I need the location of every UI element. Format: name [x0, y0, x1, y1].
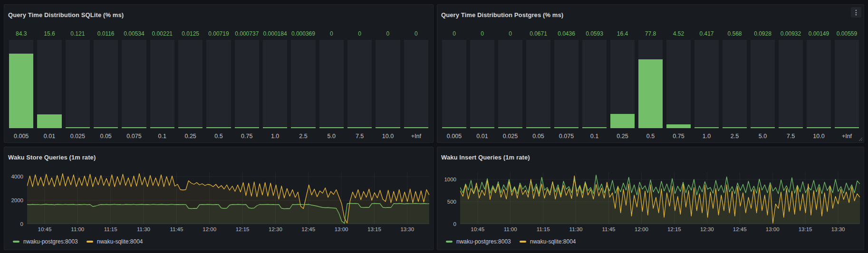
panel-title[interactable]: Waku Store Queries (1m rate) — [8, 154, 96, 161]
bar-value-label: 0 — [319, 22, 344, 40]
histogram-bar[interactable] — [37, 40, 61, 128]
x-axis-label: 12:30 — [700, 226, 714, 232]
legend-item[interactable]: nwaku-sqlite:8004 — [87, 238, 143, 245]
histogram-bar[interactable] — [610, 40, 635, 128]
histogram-bar-fill — [376, 127, 400, 128]
histogram-bar-fill — [470, 127, 494, 128]
histogram-bar[interactable] — [206, 40, 231, 128]
histogram-column: 010.0 — [376, 22, 400, 140]
histogram-column: 05.0 — [319, 22, 344, 140]
histogram-bar-fill — [582, 127, 607, 128]
histogram-bar[interactable] — [638, 40, 663, 128]
histogram-bar-fill — [291, 127, 315, 128]
panel-header: Query Time Distribution SQLite (% ms) — [4, 5, 433, 22]
legend-item[interactable]: nwaku-postgres:8003 — [446, 238, 511, 245]
histogram-bar[interactable] — [779, 40, 803, 128]
histogram-column: 0.007190.5 — [206, 22, 231, 140]
x-axis-label: 13:00 — [766, 226, 780, 232]
y-axis: 020004000 — [8, 172, 27, 224]
histogram-column: 0.4171.0 — [694, 22, 719, 140]
x-axis: 10:4511:0011:1511:3011:4512:0012:1512:30… — [460, 224, 860, 234]
histogram-x-label: 0.5 — [206, 128, 231, 140]
histogram-bar[interactable] — [723, 40, 747, 128]
histogram-x-label: 5.0 — [751, 128, 775, 140]
histogram-bar[interactable] — [526, 40, 550, 128]
legend-item[interactable]: nwaku-postgres:8003 — [13, 238, 78, 245]
histogram-bar-fill — [66, 127, 90, 128]
histogram-bar[interactable] — [694, 40, 719, 128]
histogram-bar[interactable] — [470, 40, 494, 128]
panel-query-time-postgres: Query Time Distribution Postgres (% ms) … — [437, 4, 864, 143]
histogram-bar[interactable] — [582, 40, 607, 128]
histogram-x-label: 0.05 — [94, 128, 118, 140]
histogram-bar-fill — [779, 127, 803, 128]
histogram-column: 0.5682.5 — [723, 22, 747, 140]
panel-title[interactable]: Query Time Distribution SQLite (% ms) — [8, 11, 124, 19]
x-axis-label: 11:45 — [170, 226, 183, 232]
x-axis-label: 11:15 — [537, 226, 550, 232]
panel-menu-icon[interactable]: ⋮ — [851, 7, 861, 18]
histogram-bar[interactable] — [347, 40, 372, 128]
histogram-bar[interactable] — [442, 40, 466, 128]
y-axis-label: 1000 — [444, 177, 456, 182]
histogram-bar[interactable] — [404, 40, 428, 128]
histogram-x-label: 0.5 — [638, 128, 663, 140]
x-axis-label: 13:15 — [367, 226, 381, 232]
bar-value-label: 0.00221 — [150, 22, 174, 40]
histogram-x-label: 10.0 — [807, 128, 831, 140]
histogram-bar[interactable] — [94, 40, 118, 128]
x-axis-label: 11:45 — [602, 226, 616, 232]
histogram-x-label: 7.5 — [779, 128, 803, 140]
histogram-bar-fill — [526, 127, 550, 128]
histogram-column: 16.40.25 — [610, 22, 635, 140]
y-axis: 05001000 — [441, 172, 460, 224]
y-axis-label: 0 — [20, 221, 23, 227]
legend-item[interactable]: nwaku-sqlite:8004 — [520, 238, 576, 245]
histogram-x-label: 0.005 — [9, 128, 33, 140]
timeseries-plot[interactable] — [27, 172, 429, 224]
bar-value-label: 0.0671 — [526, 22, 550, 40]
histogram-bar-fill — [235, 127, 259, 128]
histogram-x-label: 0.075 — [122, 128, 146, 140]
legend-color-swatch — [87, 241, 93, 243]
histogram-bar[interactable] — [554, 40, 579, 128]
histogram-bar-fill — [554, 127, 579, 128]
histogram-column: 0.005340.075 — [122, 22, 146, 140]
histogram-bar[interactable] — [751, 40, 775, 128]
histogram-bar[interactable] — [122, 40, 146, 128]
histogram-bar[interactable] — [319, 40, 344, 128]
panel-resize-handle[interactable] — [858, 137, 863, 141]
panel-title[interactable]: Query Time Distribution Postgres (% ms) — [441, 11, 563, 19]
timeseries-plot[interactable] — [460, 172, 860, 224]
x-axis-label: 13:15 — [799, 226, 812, 232]
histogram-bar[interactable] — [807, 40, 831, 128]
histogram-bar[interactable] — [66, 40, 90, 128]
histogram-bar[interactable] — [235, 40, 259, 128]
x-axis-label: 13:30 — [400, 226, 414, 232]
histogram-x-label: 0.25 — [610, 128, 635, 140]
histogram-x-label: 0.005 — [442, 128, 466, 140]
histogram-bar[interactable] — [263, 40, 287, 128]
legend-label: nwaku-postgres:8003 — [456, 238, 511, 245]
bar-value-label: 4.52 — [666, 22, 691, 40]
histogram-bar[interactable] — [178, 40, 203, 128]
bar-value-label: 0.00534 — [122, 22, 146, 40]
histogram-bar[interactable] — [666, 40, 691, 128]
panel-waku-insert-queries: Waku Insert Queries (1m rate) 05001000 1… — [437, 147, 864, 250]
histogram-x-label: 0.75 — [666, 128, 691, 140]
histogram-bar[interactable] — [291, 40, 315, 128]
histogram-x-label: 0.075 — [554, 128, 579, 140]
panel-title[interactable]: Waku Insert Queries (1m rate) — [441, 154, 530, 161]
histogram-bar[interactable] — [150, 40, 174, 128]
histogram-column: 00.01 — [470, 22, 494, 140]
bar-value-label: 0.0116 — [94, 22, 118, 40]
histogram-bar-fill — [723, 127, 747, 128]
x-axis-label: 11:30 — [569, 226, 583, 232]
histogram-x-label: 0.75 — [235, 128, 259, 140]
histogram-column: 0.01160.05 — [94, 22, 118, 140]
histogram-bar[interactable] — [498, 40, 522, 128]
histogram-bar[interactable] — [9, 40, 33, 128]
bar-value-label: 0 — [470, 22, 494, 40]
histogram-bar[interactable] — [376, 40, 400, 128]
histogram-bar[interactable] — [835, 40, 859, 128]
